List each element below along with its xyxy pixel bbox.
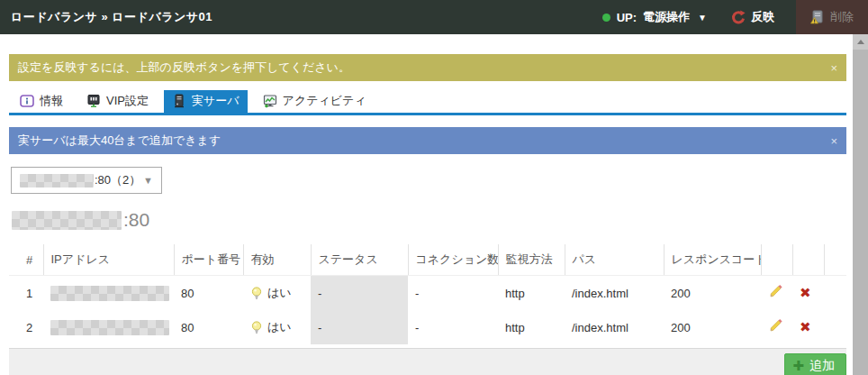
- apply-button[interactable]: 反映: [730, 9, 774, 25]
- cell-ip: [43, 310, 174, 344]
- col-port: ポート番号: [174, 244, 243, 276]
- cell-port: 80: [174, 310, 243, 344]
- real-servers-table: # IPアドレス ポート番号 有効 ステータス コネクション数 監視方法 パス …: [9, 244, 846, 344]
- lightbulb-icon: [250, 287, 263, 300]
- chevron-down-icon: ▼: [698, 13, 707, 23]
- add-button-label: 追加: [809, 358, 835, 374]
- breadcrumb: ロードバランサ » ロードバランサ01: [0, 9, 212, 25]
- cell-status: -: [311, 276, 408, 311]
- cell-enabled: はい: [243, 310, 311, 344]
- enabled-label: はい: [267, 285, 292, 301]
- col-spare: [824, 244, 846, 276]
- cell-enabled: はい: [243, 276, 311, 311]
- col-num: #: [9, 244, 43, 276]
- activity-monitor-icon: [263, 94, 277, 108]
- col-edit: [761, 244, 792, 276]
- header-actions: UP: 電源操作 ▼ 反映 削除: [602, 0, 868, 34]
- top-header: ロードバランサ » ロードバランサ01 UP: 電源操作 ▼ 反映 削: [0, 0, 868, 34]
- tab-label: 情報: [40, 93, 63, 109]
- plus-icon: ✚: [792, 359, 804, 372]
- col-monitor: 監視方法: [498, 244, 565, 276]
- power-status-menu[interactable]: UP: 電源操作 ▼: [602, 9, 707, 25]
- cell-response-code: 200: [664, 310, 761, 344]
- server-icon: [172, 94, 186, 108]
- col-enabled: 有効: [243, 244, 311, 276]
- cell-path: /index.html: [565, 310, 664, 344]
- server-group-heading: :80: [12, 209, 846, 231]
- tab-vip-settings[interactable]: VIP設定: [78, 90, 157, 113]
- status-up-dot-icon: [602, 14, 610, 22]
- close-icon[interactable]: ×: [830, 134, 837, 148]
- refresh-icon: [730, 10, 746, 25]
- col-response-code: レスポンスコード: [664, 244, 761, 276]
- add-server-button[interactable]: ✚ 追加: [784, 353, 846, 375]
- col-connections: コネクション数: [408, 244, 498, 276]
- redacted-ip-mosaic: [50, 320, 169, 335]
- status-label: UP:: [617, 11, 637, 24]
- delete-x-icon[interactable]: ✖: [800, 286, 811, 299]
- table-footer: ✚ 追加: [9, 348, 846, 375]
- redacted-ip-mosaic: [50, 286, 169, 301]
- server-warning-icon: [810, 10, 825, 24]
- tab-bar: 情報 VIP設定 実サーバ: [9, 90, 846, 115]
- tab-label: 実サーバ: [192, 93, 240, 109]
- col-status: ステータス: [311, 244, 408, 276]
- cell-num: 2: [9, 310, 43, 344]
- redacted-ip-mosaic: [20, 174, 94, 188]
- power-menu-label: 電源操作: [643, 9, 690, 25]
- max-servers-banner: 実サーバは最大40台まで追加できます ×: [9, 127, 846, 154]
- cell-port: 80: [174, 276, 243, 311]
- vip-selector-dropdown[interactable]: :80（2） ▼: [11, 167, 162, 194]
- cell-status: -: [311, 310, 408, 344]
- cell-monitor: http: [498, 276, 565, 311]
- tab-info[interactable]: 情報: [12, 90, 71, 113]
- cell-delete: ✖: [792, 276, 824, 311]
- edit-pencil-icon[interactable]: [768, 284, 783, 302]
- cell-edit: [761, 310, 792, 344]
- delete-x-icon[interactable]: ✖: [800, 320, 811, 334]
- col-ip: IPアドレス: [43, 244, 174, 276]
- edit-pencil-icon[interactable]: [768, 318, 783, 336]
- tab-real-servers[interactable]: 実サーバ: [164, 90, 248, 113]
- redacted-ip-mosaic: [12, 211, 122, 230]
- cell-path: /index.html: [565, 276, 664, 311]
- table-row: 2 80 はい - -: [9, 310, 846, 344]
- cell-delete: ✖: [792, 310, 824, 344]
- cell-response-code: 200: [664, 276, 761, 311]
- tab-label: アクティビティ: [283, 93, 366, 109]
- info-icon: [20, 94, 34, 108]
- vertical-scrollbar[interactable]: [853, 34, 868, 375]
- network-port-icon: [86, 94, 101, 108]
- cell-ip: [43, 276, 174, 311]
- close-icon[interactable]: ×: [830, 61, 837, 75]
- table-header-row: # IPアドレス ポート番号 有効 ステータス コネクション数 監視方法 パス …: [9, 244, 846, 276]
- delete-label: 削除: [830, 9, 854, 25]
- scroll-up-arrow[interactable]: [853, 34, 868, 50]
- warning-banner-text: 設定を反映するには、上部の反映ボタンを押下してください。: [18, 59, 350, 76]
- apply-label: 反映: [751, 9, 774, 25]
- col-delete: [792, 244, 824, 276]
- heading-port-suffix: :80: [123, 209, 149, 231]
- vip-selector-value: :80（2）: [95, 172, 140, 188]
- cell-edit: [761, 276, 792, 311]
- chevron-down-icon: ▼: [143, 175, 153, 186]
- delete-button[interactable]: 削除: [796, 0, 868, 34]
- cell-num: 1: [9, 276, 43, 311]
- cell-monitor: http: [498, 310, 565, 344]
- apply-warning-banner: 設定を反映するには、上部の反映ボタンを押下してください。 ×: [9, 54, 846, 81]
- enabled-label: はい: [267, 319, 292, 335]
- info-banner-text: 実サーバは最大40台まで追加できます: [18, 133, 221, 149]
- cell-connections: -: [408, 310, 498, 344]
- cell-connections: -: [408, 276, 498, 311]
- tab-activity[interactable]: アクティビティ: [255, 90, 375, 113]
- tab-label: VIP設定: [106, 93, 149, 109]
- col-path: パス: [565, 244, 664, 276]
- lightbulb-icon: [250, 321, 263, 334]
- table-row: 1 80 はい - -: [9, 276, 846, 311]
- main-content: 設定を反映するには、上部の反映ボタンを押下してください。 × 情報 VIP設定: [9, 54, 846, 344]
